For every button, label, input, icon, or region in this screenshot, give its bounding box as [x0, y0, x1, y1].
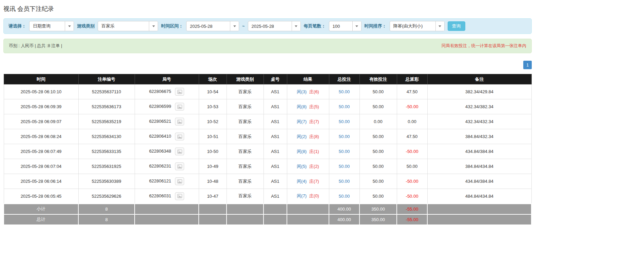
cell-session: 10-49: [199, 159, 227, 174]
round-result-image-button[interactable]: [175, 88, 184, 96]
cell-payout: 47.50: [397, 129, 427, 144]
result-player: 闲(8): [297, 149, 307, 154]
total-bet-link[interactable]: 50.00: [339, 179, 350, 184]
bet-records-table: 时间 注单编号 局号 场次 游戏类别 桌号 结果 总投注 有效投注 总派彩 备注…: [3, 74, 532, 225]
cell-bet-id: 522535634130: [78, 129, 135, 144]
col-header-session: 场次: [199, 74, 227, 84]
picture-icon: [177, 164, 182, 169]
cell-time: 2025-05-28 06:07:49: [4, 144, 78, 159]
page-size-value: 100: [329, 24, 352, 29]
cell-session: 10-54: [199, 84, 227, 99]
cell-table-id: AS1: [264, 99, 287, 114]
col-header-result: 结果: [287, 74, 329, 84]
col-header-table-id: 桌号: [264, 74, 287, 84]
round-result-image-button[interactable]: [175, 133, 184, 140]
result-banker: 庄(8): [309, 134, 319, 139]
total-bet-link[interactable]: 50.00: [339, 149, 350, 154]
cell-valid-bet: 50.00: [359, 174, 397, 189]
cell-total-bet: 50.00: [329, 99, 359, 114]
empty-cell: [427, 214, 531, 225]
cell-payout: -50.00: [397, 189, 427, 204]
empty-cell: [227, 214, 264, 225]
round-result-image-button[interactable]: [175, 177, 184, 185]
total-bet-link[interactable]: 50.00: [339, 104, 350, 109]
cell-bet-id: 522535633135: [78, 144, 135, 159]
round-result-image-button[interactable]: [175, 118, 184, 125]
sort-order-select[interactable]: 降幂(由大到小): [390, 21, 445, 31]
chevron-down-icon[interactable]: [435, 21, 444, 31]
cell-result: 闲(7) 庄(0): [287, 189, 329, 204]
query-type-select[interactable]: 日期查询: [29, 21, 74, 31]
chevron-down-icon[interactable]: [149, 21, 158, 31]
chevron-down-icon[interactable]: [230, 21, 239, 31]
cell-time: 2025-05-28 06:10:10: [4, 84, 78, 99]
result-banker: 庄(6): [309, 89, 319, 94]
subtotal-valid-bet: 350.00: [359, 204, 397, 214]
cell-bet-id: 522535635219: [78, 114, 135, 129]
cell-table-id: AS1: [264, 114, 287, 129]
cell-valid-bet: 50.00: [359, 99, 397, 114]
cell-round-id: 622806121: [135, 174, 199, 189]
cell-round-id: 622806348: [135, 144, 199, 159]
cell-game-type: 百家乐: [227, 174, 264, 189]
cell-payout: -50.00: [397, 174, 427, 189]
table-row: 2025-05-28 06:07:49 522535633135 6228063…: [4, 144, 531, 159]
cell-valid-bet: 50.00: [359, 159, 397, 174]
cell-game-type: 百家乐: [227, 189, 264, 204]
page-button-1[interactable]: 1: [523, 61, 532, 69]
valid-bet-notice-text: 同局有效投注，统一计算在该局第一张注单内: [442, 43, 526, 49]
cell-session: 10-50: [199, 144, 227, 159]
total-bet-link[interactable]: 50.00: [339, 194, 350, 199]
round-result-image-button[interactable]: [175, 103, 184, 111]
total-bet-link[interactable]: 50.00: [339, 164, 350, 169]
picture-icon: [177, 90, 182, 94]
result-player: 闲(8): [297, 104, 307, 109]
cell-note: 484.84/434.84: [427, 189, 531, 204]
table-row: 2025-05-28 06:08:24 522535634130 6228064…: [4, 129, 531, 144]
chevron-down-icon[interactable]: [292, 21, 300, 31]
total-bet-link[interactable]: 50.00: [339, 134, 350, 139]
col-header-valid-bet: 有效投注: [359, 74, 397, 84]
game-type-label: 游戏类别: [77, 23, 95, 29]
cell-total-bet: 50.00: [329, 129, 359, 144]
total-bet-link[interactable]: 50.00: [339, 89, 350, 94]
cell-payout: 50.00: [397, 159, 427, 174]
cell-result: 闲(7) 庄(7): [287, 114, 329, 129]
chevron-down-icon[interactable]: [65, 21, 74, 31]
search-button[interactable]: 查询: [448, 21, 465, 31]
cell-payout: 47.50: [397, 84, 427, 99]
col-header-game-type: 游戏类别: [227, 74, 264, 84]
cell-time: 2025-05-28 06:07:04: [4, 159, 78, 174]
round-result-image-button[interactable]: [175, 162, 184, 170]
cell-valid-bet: 50.00: [359, 189, 397, 204]
date-to-select[interactable]: 2025-05-28: [248, 21, 301, 31]
round-result-image-button[interactable]: [175, 192, 184, 200]
round-id-text: 622806031: [149, 193, 171, 198]
cell-payout: -50.00: [397, 99, 427, 114]
game-type-select[interactable]: 百家乐: [98, 21, 158, 31]
total-bet-link[interactable]: 50.00: [339, 119, 350, 124]
cell-game-type: 百家乐: [227, 144, 264, 159]
cell-round-id: 622806675: [135, 84, 199, 99]
cell-note: 384.84/432.34: [427, 129, 531, 144]
total-total-bet: 400.00: [329, 214, 359, 225]
cell-note: 432.34/432.34: [427, 114, 531, 129]
empty-cell: [427, 204, 531, 214]
sort-order-label: 时间排序：: [365, 23, 387, 29]
result-banker: 庄(2): [309, 164, 319, 169]
result-banker: 庄(7): [309, 179, 319, 184]
cell-total-bet: 50.00: [329, 114, 359, 129]
chevron-down-icon[interactable]: [352, 21, 361, 31]
round-id-text: 622806231: [149, 163, 171, 169]
round-result-image-button[interactable]: [175, 148, 184, 155]
total-count: 8: [78, 214, 135, 225]
date-from-select[interactable]: 2025-05-28: [186, 21, 239, 31]
table-row: 2025-05-28 06:09:39 522535636173 6228065…: [4, 99, 531, 114]
page-size-select[interactable]: 100: [329, 21, 362, 31]
result-player: 闲(7): [297, 119, 307, 124]
table-row: 2025-05-28 06:07:04 522535631925 6228062…: [4, 159, 531, 174]
empty-cell: [287, 214, 329, 225]
col-header-bet-id: 注单编号: [78, 74, 135, 84]
result-banker: 庄(7): [309, 119, 319, 124]
cell-result: 闲(8) 庄(1): [287, 144, 329, 159]
